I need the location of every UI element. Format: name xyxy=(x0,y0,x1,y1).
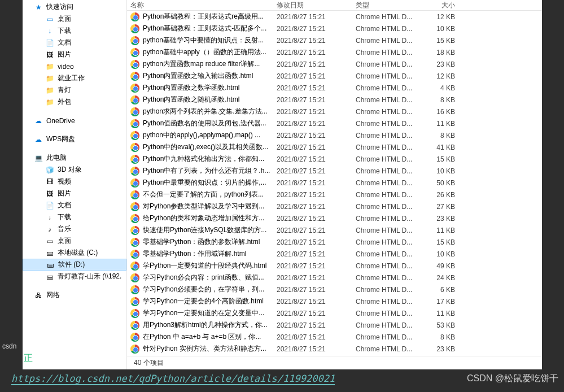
file-size: 10 KB xyxy=(423,250,463,258)
pc-item-5[interactable]: ♪音乐 xyxy=(23,223,126,235)
file-row[interactable]: python内置函数map reduce filter详解...2021/8/2… xyxy=(127,58,542,70)
quick-5-icon: 📁 xyxy=(45,62,54,71)
quick-1[interactable]: ▭桌面 xyxy=(23,13,126,25)
chrome-icon xyxy=(130,309,139,318)
file-row[interactable]: 给Python的类和对象动态增加属性和方...2021/8/27 15:21Ch… xyxy=(127,212,542,224)
pc-item-4-icon: ↓ xyxy=(45,213,54,222)
file-row[interactable]: Python内置函数之输入输出函数.html2021/8/27 15:21Chr… xyxy=(127,70,542,82)
file-row[interactable]: 学习Python必会内容：print函数、赋值...2021/8/27 15:2… xyxy=(127,272,542,284)
quick-0[interactable]: ★快速访问 xyxy=(23,1,126,13)
file-type: Chrome HTML D... xyxy=(356,321,423,329)
file-name: python中的apply(),applymap(),map() ... xyxy=(143,130,277,140)
file-name: Python基础教程：正则表达式-匹配多个... xyxy=(143,24,277,33)
file-type: Chrome HTML D... xyxy=(356,60,423,68)
file-name: Python中的eval(),exec()以及其相关函数... xyxy=(143,142,277,152)
network[interactable]: 🖧网络 xyxy=(23,289,126,301)
file-row[interactable]: python基础学习中要懂的知识点：反射...2021/8/27 15:21Ch… xyxy=(127,34,542,46)
quick-5[interactable]: 📁video xyxy=(23,60,126,72)
quick-2[interactable]: ↓下载 xyxy=(23,25,126,37)
file-size: 12 KB xyxy=(423,13,463,21)
file-row[interactable]: Python内置函数之数学函数.html2021/8/27 15:21Chrom… xyxy=(127,82,542,94)
file-row[interactable]: 在Python 中 a=a+b 与 a+=b 区别，你...2021/8/27 … xyxy=(127,331,542,343)
file-row[interactable]: 零基础学Python：作用域详解.html2021/8/27 15:21Chro… xyxy=(127,248,542,260)
file-row[interactable]: Python中的eval(),exec()以及其相关函数...2021/8/27… xyxy=(127,141,542,153)
quick-4[interactable]: 🖼图片 xyxy=(23,49,126,60)
pc-item-1[interactable]: 🎞视频 xyxy=(23,176,126,188)
file-name: 零基础学Python：函数的参数详解.html xyxy=(143,237,277,247)
file-row[interactable]: python求两个列表的并集.交集.差集方法...2021/8/27 15:21… xyxy=(127,106,542,117)
quick-3[interactable]: 📄文档 xyxy=(23,37,126,49)
header-name[interactable]: 名称 xyxy=(127,1,277,10)
pc-item-4[interactable]: ↓下载 xyxy=(23,211,126,223)
file-row[interactable]: Python中九种格式化输出方法，你都知...2021/8/27 15:21Ch… xyxy=(127,153,542,165)
file-name: 学习Python一定要会的4个高阶函数.html xyxy=(143,297,277,306)
pc-item-2-label: 图片 xyxy=(58,189,71,198)
pc-item-2[interactable]: 🖼图片 xyxy=(23,188,126,199)
pc-item-0[interactable]: 🧊3D 对象 xyxy=(23,164,126,176)
file-name: 学习Python必须要会的，在字符串，列... xyxy=(143,285,277,294)
quick-6[interactable]: 📁就业工作 xyxy=(23,72,126,84)
file-row[interactable]: Python中有了列表，为什么还有元组？.h...2021/8/27 15:21… xyxy=(127,165,542,177)
file-name: python内置函数map reduce filter详解... xyxy=(143,59,277,69)
chrome-icon xyxy=(130,226,139,235)
pc-item-8[interactable]: 🖴软件 (D:) xyxy=(23,259,126,271)
pc-item-3[interactable]: 📄文档 xyxy=(23,199,126,211)
cloud-1[interactable]: ☁WPS网盘 xyxy=(23,133,126,145)
file-row[interactable]: Python值函数名的使用以及闭包,迭代器...2021/8/27 15:21C… xyxy=(127,117,542,129)
file-row[interactable]: Python中最重要的知识点：切片的操作,...2021/8/27 15:21C… xyxy=(127,177,542,189)
header-size[interactable]: 大小 xyxy=(423,1,463,10)
file-row[interactable]: 针对Python 实例方法、类方法和静态方...2021/8/27 15:21C… xyxy=(127,343,542,355)
file-row[interactable]: 学习Python必须要会的，在字符串，列...2021/8/27 15:21Ch… xyxy=(127,284,542,295)
file-row[interactable]: 用Python3解析html的几种操作方式，你...2021/8/27 15:2… xyxy=(127,319,542,331)
file-date: 2021/8/27 15:21 xyxy=(277,25,356,33)
cloud-1-icon: ☁ xyxy=(34,135,43,144)
file-type: Chrome HTML D... xyxy=(356,72,423,80)
pc-item-6[interactable]: ▭桌面 xyxy=(23,235,126,247)
file-row[interactable]: 快速使用Python连接MySQL数据库的方...2021/8/27 15:21… xyxy=(127,224,542,236)
header-date[interactable]: 修改日期 xyxy=(277,1,356,10)
file-row[interactable]: Python基础教程：正则表达式re高级用...2021/8/27 15:21C… xyxy=(127,11,542,23)
content-area: 名称 修改日期 类型 大小 Python基础教程：正则表达式re高级用...20… xyxy=(127,0,542,369)
file-name: 学Python一定要知道的十段经典代码.html xyxy=(143,261,277,271)
file-row[interactable]: python基础中apply（）函数的正确用法...2021/8/27 15:2… xyxy=(127,46,542,58)
cloud-0[interactable]: ☁OneDrive xyxy=(23,115,126,127)
file-size: 49 KB xyxy=(423,262,463,270)
file-row[interactable]: python中的apply(),applymap(),map() ...2021… xyxy=(127,129,542,141)
quick-7[interactable]: 📁青灯 xyxy=(23,84,126,96)
pc-item-9[interactable]: 🖴青灯教育-山禾 (\\192. xyxy=(23,271,126,282)
file-row[interactable]: 零基础学Python：函数的参数详解.html2021/8/27 15:21Ch… xyxy=(127,236,542,248)
quick-3-icon: 📄 xyxy=(45,38,54,47)
file-date: 2021/8/27 15:21 xyxy=(277,203,356,211)
file-size: 11 KB xyxy=(423,120,463,128)
file-row[interactable]: 学习Python一定要会的4个高阶函数.html2021/8/27 15:21C… xyxy=(127,295,542,307)
file-row[interactable]: 学Python一定要知道的十段经典代码.html2021/8/27 15:21C… xyxy=(127,260,542,272)
chrome-icon xyxy=(130,262,139,271)
quick-0-icon: ★ xyxy=(34,3,43,12)
file-type: Chrome HTML D... xyxy=(356,37,423,45)
pc-item-7-label: 本地磁盘 (C:) xyxy=(58,248,98,258)
file-row[interactable]: Python内置函数之随机函数.html2021/8/27 15:21Chrom… xyxy=(127,94,542,106)
file-row[interactable]: 对Python参数类型详解以及学习中遇到...2021/8/27 15:21Ch… xyxy=(127,201,542,212)
quick-8[interactable]: 📁外包 xyxy=(23,96,126,108)
quick-0-label: 快速访问 xyxy=(46,2,73,12)
chrome-icon xyxy=(130,273,139,282)
file-type: Chrome HTML D... xyxy=(356,143,423,151)
header-type[interactable]: 类型 xyxy=(356,1,423,10)
pc-item-8-icon: 🖴 xyxy=(46,260,55,269)
file-name: Python值函数名的使用以及闭包,迭代器... xyxy=(143,119,277,128)
file-name: Python中有了列表，为什么还有元组？.h... xyxy=(143,166,277,176)
file-size: 23 KB xyxy=(423,60,463,68)
file-row[interactable]: 学习Python一定要知道的在定义变量中...2021/8/27 15:21Ch… xyxy=(127,307,542,319)
this-pc[interactable]: 💻此电脑 xyxy=(23,152,126,164)
file-row[interactable]: 不会但一定要了解的方面，python列表...2021/8/27 15:21Ch… xyxy=(127,189,542,201)
file-date: 2021/8/27 15:21 xyxy=(277,13,356,21)
pc-item-7[interactable]: 🖴本地磁盘 (C:) xyxy=(23,247,126,259)
file-row[interactable]: Python基础教程：正则表达式-匹配多个...2021/8/27 15:21C… xyxy=(127,23,542,34)
file-type: Chrome HTML D... xyxy=(356,262,423,270)
network-icon: 🖧 xyxy=(34,291,43,300)
chrome-icon xyxy=(130,119,139,128)
file-size: 11 KB xyxy=(423,310,463,317)
file-list[interactable]: Python基础教程：正则表达式re高级用...2021/8/27 15:21C… xyxy=(127,11,542,356)
file-type: Chrome HTML D... xyxy=(356,274,423,282)
file-type: Chrome HTML D... xyxy=(356,84,423,92)
